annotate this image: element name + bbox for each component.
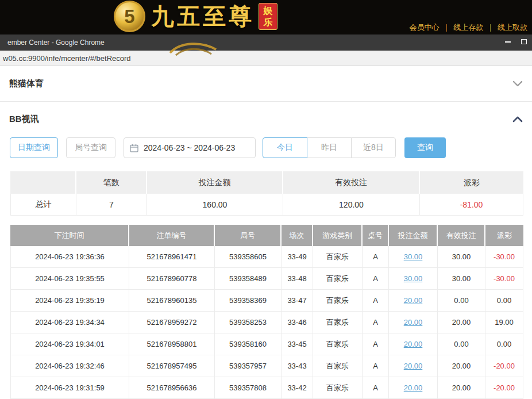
cell-bet-id: 521678960135	[129, 290, 215, 312]
header-game-type: 游戏类别	[313, 225, 363, 246]
section-panda-sports[interactable]: 熊猫体育	[0, 66, 532, 102]
table-row: 2024-06-23 19:32:46 521678957495 5393579…	[10, 355, 523, 377]
round-query-button[interactable]: 局号查询	[66, 137, 115, 158]
table-row: 2024-06-23 19:35:55 521678960778 5393584…	[10, 268, 523, 290]
address-bar[interactable]: w05.cc:9900/infe/mcenter/#/betRecord	[0, 51, 532, 66]
header-valid-bet: 有效投注	[438, 225, 485, 246]
link-online-withdraw[interactable]: 线上取款	[498, 23, 527, 32]
date-query-button[interactable]: 日期查询	[10, 137, 58, 158]
section-title-bb: BB视讯	[9, 114, 39, 125]
cell-valid-bet: 30.00	[438, 246, 485, 268]
maximize-icon	[521, 39, 527, 44]
cell-game-type: 百家乐	[313, 377, 363, 399]
link-separator: ｜	[443, 23, 450, 32]
bet-amount-link[interactable]: 30.00	[389, 268, 438, 290]
cell-table-no: A	[363, 355, 389, 377]
cell-payout: -20.00	[485, 355, 523, 377]
yesterday-button[interactable]: 昨日	[307, 137, 352, 158]
coin-digit: 5	[124, 6, 134, 28]
cell-table-no: A	[363, 268, 389, 290]
cell-valid-bet: 0.00	[438, 333, 485, 355]
section-title-panda: 熊猫体育	[9, 78, 44, 89]
cell-valid-bet: 20.00	[438, 312, 485, 333]
cell-game-type: 百家乐	[313, 290, 363, 312]
cell-session: 33-48	[282, 268, 313, 290]
cell-bet-id: 521678958801	[129, 333, 215, 355]
cell-bet-id: 521678961471	[129, 246, 215, 268]
search-button[interactable]: 查询	[404, 137, 446, 158]
minimize-button[interactable]	[502, 37, 514, 47]
cell-session: 33-45	[282, 333, 313, 355]
window-controls	[502, 37, 530, 47]
link-member-center[interactable]: 会员中心	[410, 23, 440, 32]
minimize-icon	[505, 41, 511, 43]
cell-bet-id: 521678956636	[129, 377, 215, 399]
bet-amount-link[interactable]: 20.00	[389, 377, 438, 399]
cell-round-no: 539358253	[215, 312, 282, 333]
cell-round-no: 539358605	[215, 246, 282, 268]
badge-char-bottom: 乐	[264, 17, 273, 28]
cell-bet-time: 2024-06-23 19:34:01	[10, 333, 129, 355]
cell-table-no: A	[363, 246, 389, 268]
header-session: 场次	[282, 225, 313, 246]
header-bet-amount: 投注金额	[389, 225, 438, 246]
cell-valid-bet: 0.00	[438, 290, 485, 312]
quick-range-group: 今日 昨日 近8日	[263, 137, 396, 158]
header-round-no: 局号	[215, 225, 282, 246]
cell-game-type: 百家乐	[313, 312, 363, 333]
summary-total-count: 7	[76, 194, 147, 216]
bet-amount-link[interactable]: 20.00	[389, 333, 438, 355]
header-bet-time: 下注时间	[10, 225, 129, 246]
bet-amount-link[interactable]: 20.00	[389, 355, 438, 377]
date-range-value: 2024-06-23 ~ 2024-06-23	[144, 143, 235, 152]
cell-game-type: 百家乐	[313, 268, 363, 290]
table-row: 2024-06-23 19:34:01 521678958801 5393581…	[10, 333, 523, 355]
bet-amount-link[interactable]: 30.00	[389, 246, 438, 268]
maximize-button[interactable]	[518, 37, 530, 47]
window-title: ember Center - Google Chrome	[7, 39, 105, 47]
cell-valid-bet: 20.00	[438, 377, 485, 399]
cell-payout: -30.00	[485, 246, 523, 268]
summary-header-count: 笔数	[76, 171, 147, 194]
cell-bet-id: 521678960778	[129, 268, 215, 290]
cell-session: 33-46	[282, 312, 313, 333]
cell-round-no: 539358489	[215, 268, 282, 290]
cell-round-no: 539357808	[215, 377, 282, 399]
cell-bet-id: 521678957495	[129, 355, 215, 377]
summary-total-label: 总计	[10, 194, 76, 216]
cell-game-type: 百家乐	[313, 246, 363, 268]
cell-session: 33-42	[282, 377, 313, 399]
cell-table-no: A	[363, 312, 389, 333]
cell-valid-bet: 30.00	[438, 268, 485, 290]
cell-payout: 19.00	[485, 312, 523, 333]
filter-toolbar: 日期查询 局号查询 2024-06-23 ~ 2024-06-23 今日 昨日 …	[0, 137, 532, 158]
bet-amount-link[interactable]: 20.00	[389, 290, 438, 312]
summary-header-bet-amount: 投注金额	[147, 171, 283, 194]
link-separator: ｜	[487, 23, 494, 32]
cell-payout: -30.00	[485, 268, 523, 290]
logo-title: 九五至尊	[151, 1, 255, 32]
coin-logo-icon: 5	[114, 1, 145, 32]
badge-char-top: 娱	[264, 5, 273, 17]
cell-session: 33-47	[282, 290, 313, 312]
summary-header-payout: 派彩	[420, 171, 523, 194]
header-table-no: 桌号	[363, 225, 389, 246]
cell-session: 33-49	[282, 246, 313, 268]
summary-header-blank	[10, 171, 76, 194]
chevron-down-icon[interactable]	[512, 80, 523, 87]
header-bet-id: 注单编号	[129, 225, 215, 246]
last-8-days-button[interactable]: 近8日	[351, 137, 396, 158]
chevron-up-icon[interactable]	[512, 116, 523, 122]
cell-game-type: 百家乐	[313, 333, 363, 355]
link-online-deposit[interactable]: 线上存款	[453, 23, 483, 32]
date-range-input[interactable]: 2024-06-23 ~ 2024-06-23	[124, 137, 256, 158]
table-row: 2024-06-23 19:36:36 521678961471 5393586…	[10, 246, 523, 268]
site-banner: 5 九五至尊 娱 乐 会员中心｜线上存款｜线上取款	[0, 0, 532, 34]
bet-table-header-row: 下注时间 注单编号 局号 场次 游戏类别 桌号 投注金额 有效投注 派彩	[10, 225, 523, 246]
bet-amount-link[interactable]: 20.00	[389, 312, 438, 333]
table-row: 2024-06-23 19:35:19 521678960135 5393583…	[10, 290, 523, 312]
summary-header-valid-bet: 有效投注	[283, 171, 420, 194]
today-button[interactable]: 今日	[263, 137, 307, 158]
table-row: 2024-06-23 19:34:34 521678959272 5393582…	[10, 312, 523, 333]
section-bb-video[interactable]: BB视讯	[0, 102, 532, 136]
